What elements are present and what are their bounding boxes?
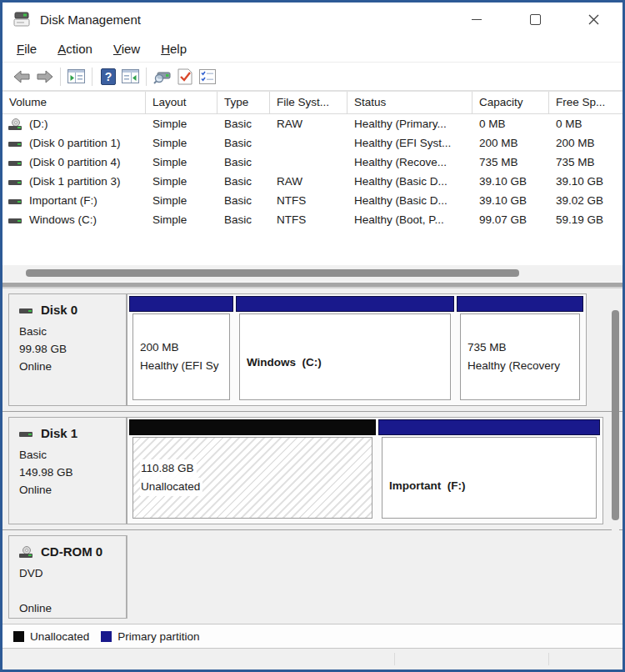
cell-free-space: 200 MB bbox=[549, 137, 622, 149]
cell-type: Basic bbox=[218, 156, 270, 168]
disk-drive-icon bbox=[19, 305, 34, 315]
volume-name: (D:) bbox=[29, 118, 48, 130]
action-check-button[interactable] bbox=[173, 65, 196, 88]
horizontal-scrollbar-thumb[interactable] bbox=[26, 269, 519, 277]
cell-free-space: 0 MB bbox=[549, 118, 622, 130]
console-tree-icon bbox=[68, 69, 85, 83]
list-empty-area bbox=[2, 229, 622, 265]
vertical-scrollbar[interactable] bbox=[612, 292, 619, 622]
checklist-icon bbox=[199, 69, 216, 84]
volume-name: (Disk 0 partition 4) bbox=[29, 156, 121, 168]
show-action-pane-button[interactable] bbox=[119, 65, 142, 88]
cell-layout: Simple bbox=[146, 137, 218, 149]
partition-size: 200 MB bbox=[140, 339, 222, 357]
table-row[interactable]: (Disk 0 partition 4) Simple Basic Health… bbox=[2, 153, 622, 172]
forward-button[interactable] bbox=[33, 65, 56, 88]
cdrom0-label-panel[interactable]: CD-ROM 0 DVD Online bbox=[8, 535, 127, 619]
disk-status: Online bbox=[19, 481, 126, 499]
column-header-file-system[interactable]: File Syst... bbox=[270, 92, 348, 113]
status-bar bbox=[2, 649, 622, 669]
table-row[interactable]: (Disk 1 partition 3) Simple Basic RAW He… bbox=[2, 172, 622, 191]
disk-size bbox=[19, 582, 126, 599]
minimize-button[interactable] bbox=[448, 3, 506, 36]
legend-label-unallocated: Unallocated bbox=[30, 630, 89, 643]
partition-efi[interactable]: 200 MB Healthy (EFI Sy bbox=[129, 296, 233, 404]
column-header-volume[interactable]: Volume bbox=[2, 92, 146, 113]
close-button[interactable] bbox=[564, 3, 622, 36]
disk0-label-panel[interactable]: Disk 0 Basic 99.98 GB Online bbox=[8, 293, 127, 406]
cell-free-space: 39.10 GB bbox=[549, 175, 622, 188]
column-header-status[interactable]: Status bbox=[348, 92, 472, 113]
statusbar-separator bbox=[394, 653, 395, 665]
table-row[interactable]: Windows (C:) Simple Basic NTFS Healthy (… bbox=[2, 210, 622, 229]
graphical-view-pane: Disk 0 Basic 99.98 GB Online 200 MB Heal… bbox=[2, 288, 622, 669]
cell-type: Basic bbox=[218, 118, 270, 130]
pane-splitter[interactable] bbox=[2, 281, 622, 288]
disk-management-app-icon bbox=[13, 12, 32, 27]
disk-row-disk0: Disk 0 Basic 99.98 GB Online 200 MB Heal… bbox=[2, 288, 622, 412]
unallocated-size: 110.88 GB bbox=[140, 459, 197, 478]
title-bar: Disk Management bbox=[2, 3, 622, 36]
disk1-label-panel[interactable]: Disk 1 Basic 149.98 GB Online bbox=[8, 417, 127, 524]
partition-important-f[interactable]: Important (F:) 39.10 GB NTFS Healthy (Ba… bbox=[378, 419, 600, 522]
disk-drive-icon bbox=[8, 196, 23, 206]
cd-drive-icon bbox=[8, 118, 23, 130]
window-title: Disk Management bbox=[40, 13, 141, 27]
column-header-free-space[interactable]: Free Sp... bbox=[549, 92, 622, 113]
partition-color-band bbox=[236, 296, 454, 312]
legend-bar: Unallocated Primary partition bbox=[2, 624, 622, 649]
cell-type: Basic bbox=[218, 175, 270, 188]
volume-name: (Disk 0 partition 1) bbox=[29, 137, 121, 149]
volume-name: Windows (C:) bbox=[29, 213, 97, 226]
menu-file[interactable]: File bbox=[17, 42, 37, 56]
legend-label-primary-partition: Primary partition bbox=[118, 630, 199, 643]
cell-status: Healthy (Recove... bbox=[348, 156, 472, 168]
unallocated-swatch bbox=[13, 631, 24, 642]
unallocated-status: Unallocated bbox=[140, 478, 202, 496]
cell-layout: Simple bbox=[146, 213, 218, 226]
forward-arrow-icon bbox=[36, 70, 53, 83]
disk-type: DVD bbox=[19, 564, 126, 582]
back-button[interactable] bbox=[11, 65, 33, 88]
show-console-tree-button[interactable] bbox=[65, 65, 88, 88]
properties-checklist-button[interactable] bbox=[196, 65, 218, 88]
disk-row-disk1: Disk 1 Basic 149.98 GB Online 110.88 GB … bbox=[2, 412, 622, 530]
minimize-icon bbox=[472, 19, 482, 20]
disk-status: Online bbox=[19, 358, 126, 375]
menu-help[interactable]: Help bbox=[161, 42, 187, 56]
cdrom-empty-media-area bbox=[127, 535, 617, 619]
partition-recovery[interactable]: 735 MB Healthy (Recovery bbox=[457, 296, 583, 404]
disk-drive-icon bbox=[8, 138, 23, 148]
disk-status: Online bbox=[19, 599, 126, 617]
menu-action[interactable]: Action bbox=[58, 42, 92, 56]
horizontal-scrollbar[interactable] bbox=[2, 265, 622, 281]
cell-file-system: NTFS bbox=[270, 194, 348, 207]
cell-status: Healthy (Boot, P... bbox=[348, 213, 472, 226]
vertical-scrollbar-thumb[interactable] bbox=[612, 310, 619, 520]
cell-status: Healthy (Basic D... bbox=[348, 194, 472, 207]
rescan-disks-button[interactable] bbox=[151, 65, 173, 88]
cell-type: Basic bbox=[218, 213, 270, 226]
column-header-layout[interactable]: Layout bbox=[146, 92, 218, 113]
help-button[interactable]: ? bbox=[97, 65, 119, 88]
cell-free-space: 735 MB bbox=[549, 156, 622, 168]
cell-status: Healthy (Primary... bbox=[348, 118, 472, 130]
menu-view[interactable]: View bbox=[113, 42, 140, 56]
disk-type: Basic bbox=[19, 446, 126, 464]
table-row[interactable]: (D:) Simple Basic RAW Healthy (Primary..… bbox=[2, 114, 622, 133]
maximize-button[interactable] bbox=[506, 3, 564, 36]
partition-color-band bbox=[378, 419, 600, 435]
partition-windows-c[interactable]: Windows (C:) 99.07 GB NTFS Healthy (Boot… bbox=[236, 296, 454, 404]
table-row[interactable]: (Disk 0 partition 1) Simple Basic Health… bbox=[2, 133, 622, 153]
table-row[interactable]: Important (F:) Simple Basic NTFS Healthy… bbox=[2, 191, 622, 210]
svg-text:?: ? bbox=[104, 70, 112, 83]
column-header-capacity[interactable]: Capacity bbox=[472, 92, 549, 113]
partition-color-band bbox=[129, 296, 233, 312]
column-header-type[interactable]: Type bbox=[218, 92, 270, 113]
disk-size: 99.98 GB bbox=[19, 340, 126, 358]
cell-file-system: NTFS bbox=[270, 213, 348, 226]
unallocated-region[interactable]: 110.88 GB Unallocated bbox=[129, 419, 376, 522]
partition-status: Healthy (EFI Sy bbox=[140, 357, 222, 375]
cell-capacity: 735 MB bbox=[472, 156, 549, 168]
cell-layout: Simple bbox=[146, 194, 218, 207]
